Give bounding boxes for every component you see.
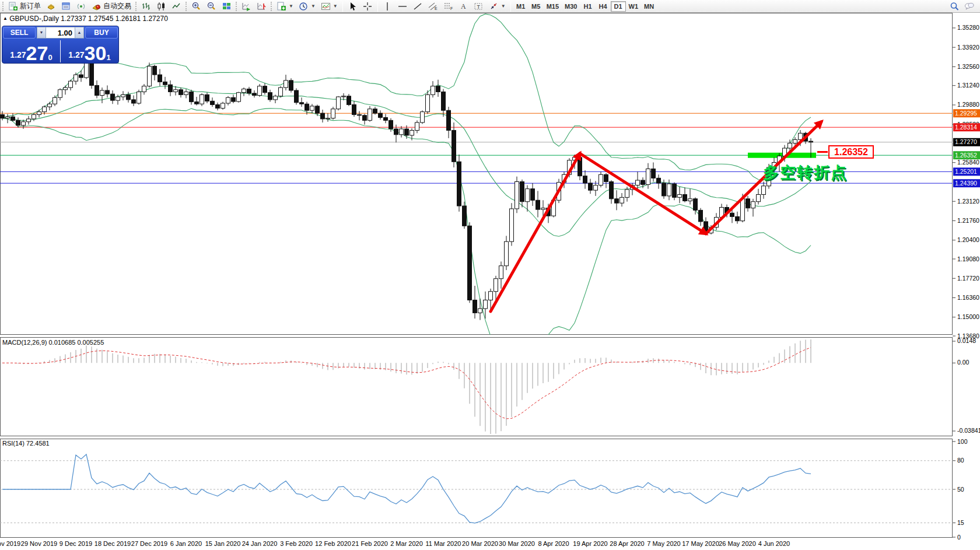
svg-text:1.33920: 1.33920 (957, 44, 979, 51)
rsi-pane[interactable]: 1008050150 (0, 438, 968, 541)
dropdown-caret: ▼ (333, 3, 338, 9)
zoom-out-icon (206, 2, 216, 11)
one-click-trading-panel: SELL ▼ 1.00 ▲ BUY 1.27 27 0 1.27 30 1 (2, 26, 119, 64)
market-watch-button[interactable] (44, 1, 58, 12)
chat-icon[interactable] (964, 2, 974, 11)
arrows-icon (489, 2, 499, 11)
trendline-tool-button[interactable] (411, 1, 425, 12)
svg-text:28 Apr 2020: 28 Apr 2020 (610, 540, 644, 547)
timeframe-m1[interactable]: M1 (513, 1, 528, 12)
chart-canvas[interactable]: 1.352801.339201.325601.312401.298801.285… (0, 13, 980, 550)
auto-trading-icon (92, 2, 102, 11)
chart-shift-button[interactable] (254, 1, 269, 12)
zoom-in-icon (191, 2, 201, 11)
new-order-button[interactable]: 新订单 (6, 1, 43, 12)
zoom-out-button[interactable] (204, 1, 219, 12)
svg-text:30 Mar 2020: 30 Mar 2020 (499, 540, 535, 547)
svg-text:100: 100 (957, 438, 968, 445)
timeframe-m5[interactable]: M5 (528, 1, 544, 12)
bar-chart-icon (141, 2, 151, 11)
cursor-tool-button[interactable] (345, 1, 360, 12)
timeframe-m15[interactable]: M15 (544, 1, 562, 12)
auto-scroll-button[interactable] (239, 1, 254, 12)
price-flag-label[interactable]: 1.26352 (828, 145, 874, 159)
indicators-button[interactable]: ▼ (318, 1, 340, 12)
toolbar-separator (377, 1, 378, 12)
tile-windows-button[interactable] (219, 1, 234, 12)
date-axis[interactable]: 20 Nov 201929 Nov 20199 Dec 201918 Dec 2… (0, 540, 790, 547)
svg-text:2 Mar 2020: 2 Mar 2020 (390, 540, 423, 547)
turning-point-note[interactable]: 多空转折点 (763, 162, 848, 183)
zigzag-arrow-1[interactable] (491, 153, 580, 311)
fibonacci-icon: F (443, 2, 453, 11)
volume-up-button[interactable]: ▲ (75, 27, 84, 38)
search-icon[interactable] (950, 2, 960, 11)
volume-input[interactable]: 1.00 (46, 27, 75, 38)
clock-icon (299, 2, 309, 11)
svg-text:1.25840: 1.25840 (957, 159, 979, 166)
svg-text:1.15000: 1.15000 (957, 313, 979, 320)
macd-label: MACD(12,26,9) 0.010685 0.005255 (2, 339, 104, 346)
crosshair-tool-button[interactable] (360, 1, 375, 12)
buy-price-display[interactable]: 1.27 30 1 (61, 39, 118, 64)
candlestick-chart-icon (156, 2, 166, 11)
vertical-line-icon (383, 2, 393, 11)
macd-name: MACD(12,26,9) (2, 339, 47, 346)
macd-pane[interactable]: 0.01480.00-0.038415 (2, 337, 980, 434)
buy-price-big: 30 (85, 44, 107, 62)
buy-button[interactable]: BUY (85, 27, 118, 38)
svg-text:1.29295: 1.29295 (955, 110, 977, 117)
text-tool-button[interactable]: A (456, 1, 471, 12)
data-window-button[interactable] (59, 1, 74, 12)
svg-text:1.24390: 1.24390 (955, 180, 977, 187)
rsi-line (2, 454, 811, 523)
macd-signal-line (2, 348, 811, 419)
vertical-line-tool-button[interactable] (380, 1, 395, 12)
svg-text:1.35280: 1.35280 (957, 24, 979, 31)
sell-price-prefix: 1.27 (10, 50, 26, 59)
candle-chart-mode-button[interactable] (154, 1, 169, 12)
zigzag-arrow-2[interactable] (580, 153, 706, 234)
crosshair-icon (363, 2, 373, 11)
channel-tool-button[interactable]: E (426, 1, 440, 12)
text-label-tool-button[interactable]: T (471, 1, 486, 12)
timeframe-h4[interactable]: H4 (596, 1, 611, 12)
svg-text:1.25201: 1.25201 (955, 168, 977, 175)
sell-price-display[interactable]: 1.27 27 0 (2, 39, 60, 64)
periods-button[interactable]: ▼ (296, 1, 318, 12)
bollinger-lower[interactable] (2, 108, 811, 363)
timeframe-w1[interactable]: W1 (626, 1, 642, 12)
timeframe-d1[interactable]: D1 (611, 1, 626, 12)
svg-text:1.19080: 1.19080 (957, 255, 979, 262)
buy-price-sup: 1 (106, 53, 110, 62)
timeframe-m30[interactable]: M30 (562, 1, 580, 12)
chart-header: ▲ GBPUSD-,Daily 1.27337 1.27545 1.26181 … (3, 15, 168, 23)
svg-text:0.0148: 0.0148 (957, 337, 976, 344)
horizontal-line-tool-button[interactable] (396, 1, 410, 12)
zoom-in-button[interactable] (189, 1, 204, 12)
price-axis: 1.352801.339201.325601.312401.298801.285… (953, 24, 980, 339)
svg-text:20 Nov 2019: 20 Nov 2019 (0, 540, 20, 547)
arrows-tool-button[interactable]: ▼ (487, 1, 508, 12)
svg-text:1.28314: 1.28314 (955, 124, 977, 131)
svg-text:1.29880: 1.29880 (957, 101, 979, 108)
new-chart-button[interactable]: ▼ (274, 1, 296, 12)
bar-chart-mode-button[interactable] (139, 1, 153, 12)
dropdown-caret: ▼ (311, 3, 316, 9)
fibonacci-tool-button[interactable]: F (441, 1, 456, 12)
volume-down-button[interactable]: ▼ (37, 27, 46, 38)
tile-windows-icon (222, 2, 232, 11)
sell-button[interactable]: SELL (3, 27, 36, 38)
main-pane[interactable] (0, 14, 953, 363)
main-toolbar: 新订单 自动交易 ▼ ▼ (0, 0, 980, 13)
auto-trading-button[interactable]: 自动交易 (89, 1, 134, 12)
line-chart-mode-button[interactable] (169, 1, 184, 12)
bollinger-middle[interactable] (2, 86, 811, 237)
strategy-tester-button[interactable] (74, 1, 89, 12)
svg-text:15: 15 (957, 519, 964, 526)
timeframe-mn[interactable]: MN (641, 1, 657, 12)
indicators-icon (321, 2, 331, 11)
timeframe-h1[interactable]: H1 (580, 1, 596, 12)
candles-layer[interactable] (1, 55, 813, 320)
svg-text:19 Apr 2020: 19 Apr 2020 (573, 540, 607, 547)
